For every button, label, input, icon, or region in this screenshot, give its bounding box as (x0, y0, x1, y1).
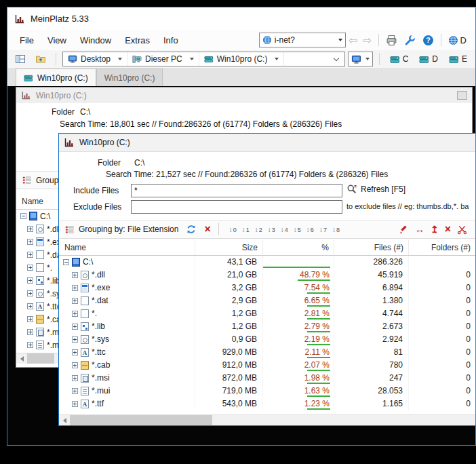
expand-toggle[interactable] (72, 298, 78, 304)
table-row[interactable]: *.dat2,9 GB6.65 %1.3800 (59, 294, 475, 307)
tab-bar: Win10pro (C:) Win10pro (C:) (7, 68, 475, 86)
expand-toggle[interactable] (63, 259, 69, 265)
expand-toggle[interactable] (27, 265, 33, 271)
close-button[interactable] (457, 91, 467, 100)
expand-toggle[interactable] (20, 213, 26, 219)
table-row[interactable]: *.sys0,9 GB2.19 %2.9240 (59, 333, 475, 346)
cut-icon[interactable] (457, 225, 467, 235)
drive-button-c[interactable]: C (386, 53, 413, 66)
fit-columns-icon[interactable]: ↔ (415, 225, 424, 234)
scrollbar-thumb[interactable] (70, 415, 212, 425)
layout-button[interactable] (13, 52, 28, 66)
row-percent: 1.98 % (262, 372, 334, 385)
row-folders: 0 (408, 385, 475, 398)
tab-win10pro-2[interactable]: Win10pro (C:) (96, 69, 163, 86)
group-level-5-icon[interactable]: ↕5 (294, 226, 301, 233)
forward-icon[interactable]: ⇨ (363, 34, 372, 47)
include-files-input[interactable] (131, 184, 342, 197)
expand-toggle[interactable] (27, 239, 33, 245)
drive-button-d[interactable]: D (415, 53, 442, 66)
menu-extras[interactable]: Extras (118, 33, 157, 48)
expand-toggle[interactable] (72, 388, 78, 394)
expand-toggle[interactable] (27, 252, 33, 258)
group-level-4-icon[interactable]: ↕4 (281, 226, 288, 233)
row-folders: 0 (408, 398, 475, 410)
breadcrumb-drive-c[interactable]: Win10pro (C:) (199, 52, 285, 66)
table-row[interactable]: *.lib1,2 GB2.79 %2.6730 (59, 320, 475, 333)
language-button[interactable]: D (446, 34, 469, 47)
chevron-down-icon[interactable] (333, 55, 338, 60)
help-button[interactable] (420, 33, 436, 47)
expand-toggle[interactable] (27, 303, 33, 309)
table-row[interactable]: *.cab912,0 MB2.07 %7800 (59, 359, 475, 372)
inet-combo[interactable]: i-net? (259, 33, 346, 47)
back-window-titlebar[interactable]: Win10pro (C:) (16, 88, 472, 103)
row-files: 45.919 (334, 269, 408, 282)
tab-win10pro-1[interactable]: Win10pro (C:) (16, 69, 96, 86)
table-row[interactable]: *.exe3,2 GB7.54 %6.8940 (59, 282, 475, 294)
table-row[interactable]: *.mui719,0 MB1.63 %28.0530 (59, 385, 475, 398)
drive-button-e[interactable]: E (445, 53, 471, 66)
expand-toggle[interactable] (27, 277, 33, 284)
group-level-3-icon[interactable]: ↕3 (268, 226, 275, 233)
move-top-icon[interactable]: ↥ (431, 225, 439, 234)
folder-up-button[interactable] (33, 52, 48, 66)
table-row[interactable]: *.ttf543,0 MB1.23 %1.1650 (59, 398, 475, 410)
print-button[interactable] (384, 33, 399, 47)
expand-toggle[interactable] (72, 272, 78, 278)
expand-toggle[interactable] (72, 349, 78, 355)
expand-toggle[interactable] (72, 311, 78, 317)
table-row[interactable]: *.1,2 GB2.81 %4.7440 (59, 307, 475, 320)
group-level-7-icon[interactable]: ↕7 (319, 226, 327, 233)
expand-toggle[interactable] (72, 324, 78, 330)
table-row[interactable]: *.dll21,0 GB48.79 %45.9190 (59, 269, 475, 282)
app-titlebar[interactable]: MeinPlatz 5.33 (7, 7, 475, 30)
percent-bar (307, 408, 330, 410)
menu-file[interactable]: File (13, 33, 41, 48)
table-row[interactable]: C:\43,1 GB286.326 (59, 256, 475, 269)
group-level-1-icon[interactable]: ↕1 (242, 226, 250, 233)
drive-select-combo[interactable] (348, 52, 373, 66)
column-header-size[interactable]: Size (195, 240, 262, 255)
expand-toggle[interactable] (72, 401, 78, 407)
expand-toggle[interactable] (72, 285, 78, 291)
group-level-0-icon[interactable]: ↕0 (229, 226, 237, 233)
refresh-button[interactable]: Refresh [F5] (346, 184, 405, 195)
tools-button[interactable] (402, 33, 418, 47)
expand-toggle[interactable] (27, 329, 33, 335)
scroll-left-icon[interactable] (16, 353, 27, 364)
column-header-percent[interactable]: % (262, 240, 334, 255)
exclude-files-input[interactable] (131, 200, 342, 214)
group-level-6-icon[interactable]: ↕6 (306, 226, 314, 233)
globe-icon (448, 35, 458, 45)
group-level-8-icon[interactable]: ↕8 (332, 226, 340, 233)
desktop-icon (68, 54, 77, 64)
expand-toggle[interactable] (72, 336, 78, 343)
column-header-files[interactable]: Files (#) (334, 240, 408, 255)
table-row[interactable]: *.msi872,0 MB1.98 %2470 (59, 372, 475, 385)
breadcrumb-desktop[interactable]: Desktop (63, 52, 127, 66)
expand-toggle[interactable] (72, 362, 78, 368)
table-row[interactable]: *.ttc929,0 MB2.11 %810 (59, 346, 475, 359)
scrollbar-thumb[interactable] (27, 353, 54, 364)
front-window-titlebar[interactable]: Win10pro (C:) (59, 134, 475, 152)
expand-toggle[interactable] (27, 316, 33, 322)
expand-toggle[interactable] (27, 342, 33, 348)
column-header-folders[interactable]: Folders (#) (408, 240, 475, 255)
breadcrumb-dieser-pc[interactable]: Dieser PC (127, 52, 199, 66)
scroll-left-icon[interactable] (59, 415, 70, 425)
expand-toggle[interactable] (72, 375, 78, 381)
group-level-2-icon[interactable]: ↕2 (255, 226, 262, 233)
delete-icon[interactable]: × (445, 224, 451, 235)
column-header-name[interactable]: Name (59, 240, 195, 255)
edit-groups-icon[interactable] (399, 225, 409, 235)
regroup-button[interactable] (184, 223, 199, 236)
front-horizontal-scrollbar[interactable] (59, 414, 475, 425)
clear-grouping-icon[interactable]: × (204, 224, 210, 235)
menu-window[interactable]: Window (73, 33, 118, 48)
menu-view[interactable]: View (41, 33, 73, 48)
expand-toggle[interactable] (27, 226, 33, 232)
back-icon[interactable]: ⇦ (349, 34, 357, 47)
expand-toggle[interactable] (27, 290, 33, 296)
menu-info[interactable]: Info (157, 33, 185, 48)
